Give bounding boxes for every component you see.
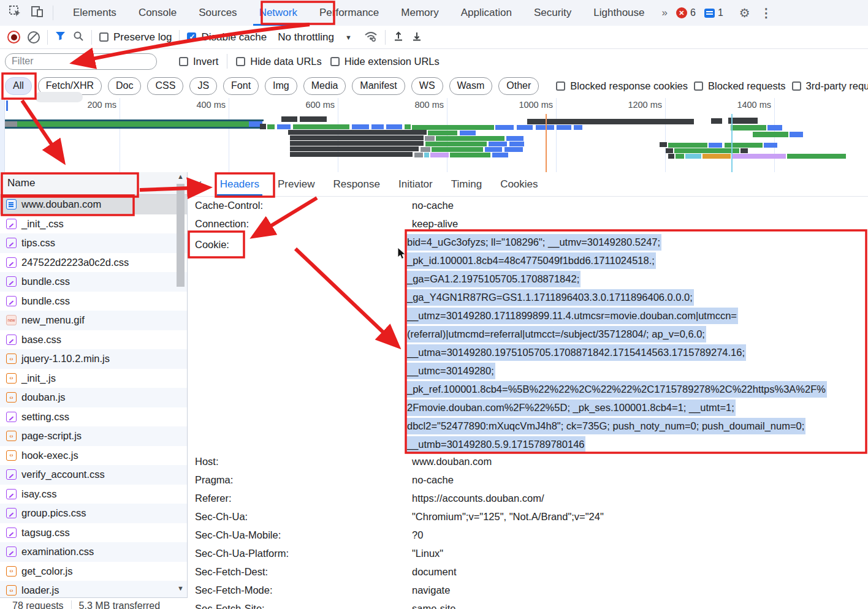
request-row[interactable]: bundle.css (0, 292, 187, 311)
type-pill-manifest[interactable]: Manifest (352, 77, 405, 95)
export-har-icon[interactable] (411, 31, 422, 44)
error-badge[interactable]: ✕ 6 (676, 7, 696, 18)
overview-bar (574, 125, 582, 130)
issues-badge[interactable]: 1 (704, 7, 723, 18)
request-name: bundle.css (21, 276, 70, 287)
overview-bar (290, 152, 413, 157)
overview-bar (668, 143, 707, 148)
device-toolbar-icon[interactable] (31, 5, 44, 21)
scroll-up-icon[interactable]: ▲ (177, 173, 184, 180)
request-row[interactable]: ‹›_init_.js (0, 369, 187, 388)
request-row[interactable]: ‹›page-script.js (0, 426, 187, 446)
overview-bar (414, 153, 423, 157)
tab-network[interactable]: Network (248, 1, 308, 26)
tab-security[interactable]: Security (523, 1, 582, 26)
overview-bar (430, 153, 449, 157)
tab-memory[interactable]: Memory (390, 1, 449, 26)
request-row[interactable]: ‹›jquery-1.10.2.min.js (0, 349, 187, 369)
request-row[interactable]: 247522d2223a0c2d.css (0, 253, 187, 273)
details-tab-timing[interactable]: Timing (442, 172, 491, 196)
annotation-arrow (295, 249, 397, 346)
divider (91, 30, 92, 45)
request-row[interactable]: ‹›douban.js (0, 388, 187, 407)
network-conditions-icon[interactable] (364, 31, 378, 44)
header-value: "Chromium";v="125", "Not.A/Brand";v="24" (412, 507, 604, 526)
overview-tick-label: 1400 ms (737, 100, 774, 110)
overview-gridline (229, 98, 229, 172)
divider (53, 6, 53, 20)
type-pill-css[interactable]: CSS (147, 77, 183, 95)
invert-checkbox[interactable]: Invert (179, 56, 218, 67)
inspect-cursor-icon[interactable] (9, 5, 22, 21)
js-file-icon: ‹› (6, 373, 17, 384)
blocked-requests-checkbox[interactable]: Blocked requests (694, 80, 786, 92)
request-row[interactable]: setting.css (0, 407, 187, 427)
request-row[interactable]: newnew_menu.gif (0, 311, 187, 330)
tab-sources[interactable]: Sources (188, 1, 248, 26)
tab-console[interactable]: Console (128, 1, 188, 26)
details-tab-response[interactable]: Response (324, 172, 389, 196)
throttling-dropdown[interactable]: No throttling ▼ (278, 31, 352, 44)
type-pill-js[interactable]: JS (189, 77, 217, 95)
details-tab-preview[interactable]: Preview (268, 172, 324, 196)
cookie-line: _pk_id.100001.8cb4=48c4775049f1bdd6.1711… (406, 251, 866, 270)
type-pill-wasm[interactable]: Wasm (449, 77, 493, 95)
more-tabs-icon[interactable]: » (662, 7, 668, 19)
request-row[interactable]: bundle.css (0, 272, 187, 292)
selected-text: _ga=GA1.2.1975105705.1708871842; (406, 271, 581, 287)
hide-extension-urls-checkbox[interactable]: Hide extension URLs (330, 56, 440, 67)
type-pill-other[interactable]: Other (498, 77, 539, 95)
type-pill-img[interactable]: Img (265, 77, 297, 95)
js-file-icon: ‹› (6, 431, 17, 441)
overview-tick-label: 800 ms (414, 100, 447, 110)
record-icon[interactable] (7, 31, 20, 44)
tab-lighthouse[interactable]: Lighthouse (582, 1, 655, 26)
overview-bar (668, 154, 674, 159)
overview-bar (660, 142, 667, 147)
clear-icon[interactable] (28, 31, 40, 44)
overview-tick-label: 400 ms (196, 100, 229, 110)
details-tab-initiator[interactable]: Initiator (389, 172, 442, 196)
overview-bar (425, 136, 435, 141)
details-tab-cookies[interactable]: Cookies (491, 172, 547, 196)
disable-cache-checkbox[interactable]: Disable cache (187, 31, 267, 44)
checkbox-unchecked-icon (99, 32, 108, 42)
tab-performance[interactable]: Performance (308, 1, 390, 26)
header-key: Sec-Ch-Ua: (195, 507, 248, 526)
kebab-menu-icon[interactable]: ⋮ (760, 6, 772, 20)
header-row-sec-fetch-site: Sec-Fetch-Site:same-site (0, 599, 868, 609)
tab-application[interactable]: Application (450, 1, 523, 26)
type-pill-media[interactable]: Media (303, 77, 346, 95)
filter-input[interactable] (5, 53, 157, 70)
request-details-tabs: × HeadersPreviewResponseInitiatorTimingC… (188, 172, 868, 197)
import-har-icon[interactable] (393, 31, 404, 44)
type-pill-doc[interactable]: Doc (108, 77, 141, 95)
selected-text: _ga_Y4GN1R87RG=GS1.1.1711896403.3.0.1711… (406, 289, 694, 306)
type-pill-ws[interactable]: WS (411, 77, 443, 95)
overview-bar (509, 142, 524, 146)
type-pill-all[interactable]: All (5, 77, 32, 95)
overview-bar (290, 141, 424, 146)
preserve-log-checkbox[interactable]: Preserve log (99, 31, 172, 44)
network-overview[interactable]: 200 ms400 ms600 ms800 ms1000 ms1200 ms14… (0, 98, 868, 173)
cookie-line: bid=4_uGc3ofyzs; ll="108296"; __utmv=301… (406, 233, 866, 251)
hide-data-urls-checkbox[interactable]: Hide data URLs (236, 56, 321, 67)
close-icon[interactable]: × (188, 177, 211, 191)
settings-gear-icon[interactable]: ⚙ (739, 6, 750, 20)
blocked-response-cookies-checkbox[interactable]: Blocked response cookies (556, 80, 688, 92)
header-key: Sec-Ch-Ua-Platform: (195, 544, 289, 562)
tab-elements[interactable]: Elements (62, 1, 128, 26)
filter-funnel-icon[interactable] (55, 31, 66, 43)
cookie-line: _pk_ref.100001.8cb4=%5B%22%22%2C%22%22%2… (406, 380, 866, 398)
search-icon[interactable] (73, 31, 84, 44)
type-pill-font[interactable]: Font (223, 77, 259, 95)
error-icon: ✕ (676, 7, 687, 18)
details-tab-headers[interactable]: Headers (211, 172, 268, 196)
name-column-header[interactable]: Name (0, 172, 187, 195)
3rd-party-reque-checkbox[interactable]: 3rd-party reque (792, 80, 868, 92)
request-row[interactable]: base.css (0, 330, 187, 350)
overview-tick-label: 600 ms (305, 100, 338, 110)
overview-tick-label: 1200 ms (628, 100, 665, 110)
header-key: Cookie: (195, 235, 229, 254)
overview-bar (666, 148, 673, 153)
